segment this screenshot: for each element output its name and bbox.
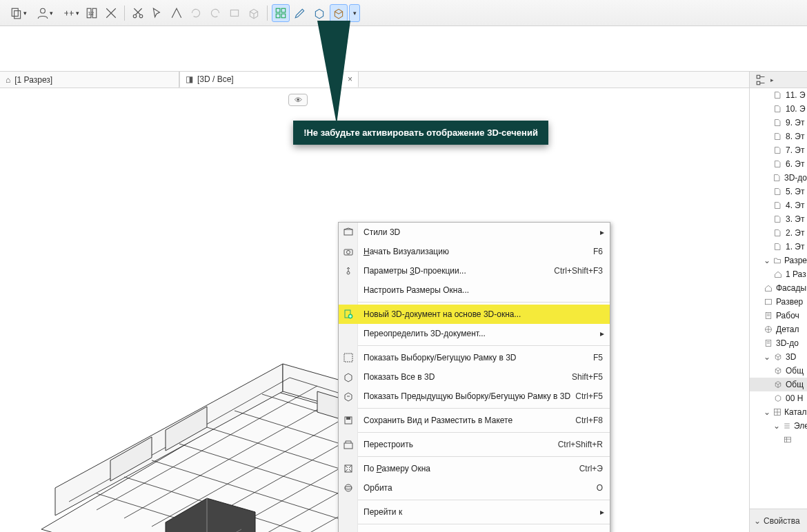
nav-item-label: Развер: [776, 297, 803, 307]
menu-item[interactable]: ПерестроитьCtrl+Shift+R: [339, 435, 610, 454]
nav-item-label: 3. Эт: [786, 214, 804, 224]
nav-item[interactable]: 9. Эт: [750, 116, 807, 130]
styles-icon: [339, 223, 358, 242]
tool-group[interactable]: [272, 4, 290, 22]
tool-3dbox[interactable]: [245, 4, 263, 22]
nav-item[interactable]: 1 Раз: [750, 267, 807, 281]
page-icon: [773, 173, 781, 183]
tool-rect[interactable]: [226, 4, 243, 22]
nav-item[interactable]: 8. Эт: [750, 130, 807, 143]
menu-separator: [358, 524, 610, 524]
tbl-icon: [783, 435, 793, 444]
svg-rect-26: [346, 417, 350, 420]
blank-icon: [339, 280, 358, 300]
tool-undo[interactable]: [206, 4, 224, 22]
menu-item[interactable]: Новый 3D-документ на основе 3D-окна...: [339, 305, 610, 324]
nav-item[interactable]: 6. Эт: [750, 157, 807, 171]
nav-item[interactable]: Общ: [750, 364, 807, 378]
nav-item-label: Разрез: [784, 256, 807, 265]
tool-3dcut[interactable]: [330, 4, 348, 22]
tool-select[interactable]: [148, 4, 166, 22]
tool-scissors[interactable]: [129, 4, 147, 22]
nav-item[interactable]: ⌄3D: [750, 350, 807, 364]
menu-item[interactable]: Переопределить 3D-документ...▸: [339, 324, 610, 343]
menu-item[interactable]: Параметры 3D-проекции...Ctrl+Shift+F3: [339, 261, 610, 280]
nav-item[interactable]: 3. Эт: [750, 212, 807, 226]
document-tabs: ⌂ [1 Разрез] ◨ [3D / Все] × ▸: [0, 72, 807, 88]
menu-item-label: Показать Выборку/Бегущую Рамку в 3D: [358, 353, 593, 362]
menu-item[interactable]: Сохранить Вид и Разместить в МакетеCtrl+…: [339, 411, 610, 430]
nav-item-label: 2. Эт: [786, 228, 804, 238]
svg-rect-33: [766, 299, 772, 305]
tool-bound[interactable]: [168, 4, 186, 22]
nav-item[interactable]: 00 Н: [750, 391, 807, 405]
submenu-arrow-icon: ▸: [600, 507, 610, 517]
nav-item[interactable]: Детал: [750, 323, 807, 336]
menu-item[interactable]: Показать Все в 3DShift+F5: [339, 367, 610, 387]
nav-item[interactable]: 4. Эт: [750, 198, 807, 212]
menu-item[interactable]: Показать Выборку/Бегущую Рамку в 3DF5: [339, 348, 610, 367]
nav-item[interactable]: 3D-до: [750, 171, 807, 185]
nav-item[interactable]: 2. Эт: [750, 226, 807, 240]
svg-rect-9: [276, 8, 280, 12]
menu-item[interactable]: Стили 3D▸: [339, 223, 610, 242]
page-icon: [773, 159, 783, 169]
sheet-icon: [764, 311, 773, 320]
menu-item[interactable]: Настроить Размеры Окна...: [339, 280, 610, 300]
svg-rect-12: [281, 14, 286, 18]
view-eye-badge[interactable]: 👁: [288, 94, 308, 106]
nav-item[interactable]: 10. Э: [750, 102, 807, 116]
navigator-tree[interactable]: 11. Э10. Э9. Эт8. Эт7. Эт6. Эт3D-до5. Эт…: [750, 88, 807, 509]
tool-3dcut-dropdown[interactable]: ▾: [349, 4, 360, 22]
submenu-arrow-icon: ▸: [600, 227, 610, 237]
marq-icon: [339, 348, 358, 367]
nav-item-label: 10. Э: [786, 104, 806, 114]
tool-wire[interactable]: [310, 4, 328, 22]
nav-item-label: Общ: [786, 380, 804, 389]
nav-item[interactable]: 5. Эт: [750, 185, 807, 198]
tool-pen[interactable]: [291, 4, 309, 22]
nav-item[interactable]: 1. Эт: [750, 240, 807, 254]
menu-item[interactable]: Перейти к▸: [339, 502, 610, 522]
tab-3d[interactable]: ◨ [3D / Все] ×: [179, 71, 359, 88]
svg-rect-1: [14, 10, 21, 18]
nav-item-label: 3D-до: [784, 173, 807, 183]
menu-item[interactable]: ОрбитаO: [339, 478, 610, 498]
save-icon: [339, 411, 358, 430]
nav-item[interactable]: Рабоч: [750, 309, 807, 323]
nav-item[interactable]: Фасады: [750, 281, 807, 295]
page-icon: [773, 118, 783, 127]
menu-item[interactable]: По Размеру ОкнаCtrl+Э: [339, 459, 610, 478]
nav-item[interactable]: ⌄Катало: [750, 405, 807, 419]
nav-item[interactable]: 3D-до: [750, 336, 807, 350]
tool-rot[interactable]: [187, 4, 205, 22]
tab-close-icon[interactable]: ×: [348, 74, 352, 84]
nav-item[interactable]: Общ: [750, 378, 807, 391]
menu-item[interactable]: Плоскость Редактирования▸: [339, 526, 610, 532]
properties-bar[interactable]: ⌄ Свойства: [749, 509, 807, 532]
page-icon: [773, 201, 783, 210]
menu-separator: [358, 432, 610, 433]
grid-icon: [773, 407, 781, 417]
svg-rect-18: [344, 229, 352, 235]
tool-grid[interactable]: 12: [83, 4, 101, 22]
menu-item-label: Новый 3D-документ на основе 3D-окна...: [358, 309, 610, 319]
tool-user[interactable]: ▾: [30, 4, 55, 22]
menu-item[interactable]: Начать ВизуализациюF6: [339, 242, 610, 261]
box-icon: [764, 297, 773, 307]
tool-dim[interactable]: [102, 4, 120, 22]
menu-item[interactable]: Показать Предыдущую Выборку/Бегущую Рамк…: [339, 387, 610, 406]
nav-item[interactable]: 11. Э: [750, 88, 807, 102]
nav-item[interactable]: Развер: [750, 295, 807, 309]
expand-arrow-icon: ⌄: [764, 352, 770, 362]
nav-item[interactable]: ⌄Элем: [750, 419, 807, 433]
svg-rect-27: [344, 443, 352, 449]
nav-dropdown-icon[interactable]: ▸: [770, 76, 774, 83]
tool-copy[interactable]: ▾: [4, 4, 29, 22]
tab-section[interactable]: ⌂ [1 Разрез]: [0, 72, 179, 88]
nav-tree-icon[interactable]: [754, 73, 769, 87]
nav-item[interactable]: 7. Эт: [750, 143, 807, 157]
nav-item[interactable]: [750, 433, 807, 447]
tool-link[interactable]: ▾: [57, 4, 81, 22]
nav-item[interactable]: ⌄Разрез: [750, 254, 807, 267]
